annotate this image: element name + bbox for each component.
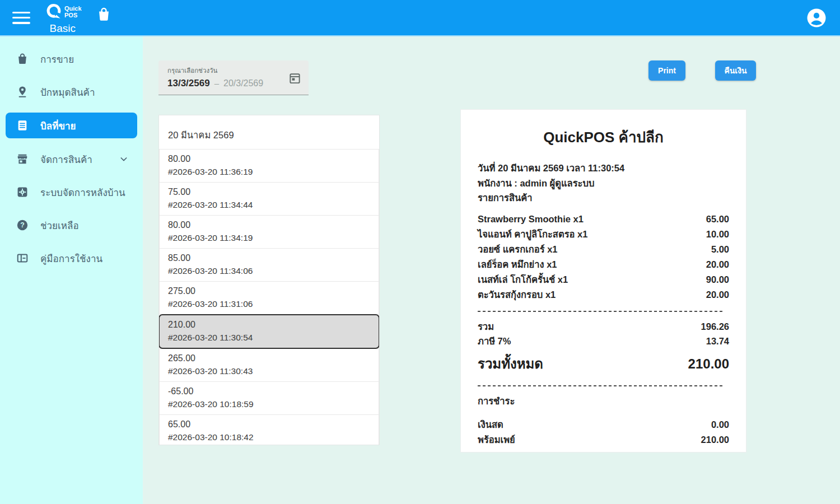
- bill-list-item[interactable]: 85.00 #2026-03-20 11:34:06: [159, 248, 379, 282]
- date-range-label: กรุณาเลือกช่วงวัน: [167, 66, 284, 76]
- shopping-bag-icon[interactable]: [96, 7, 111, 22]
- bill-amount: 80.00: [168, 154, 370, 164]
- sidebar-item-label: ระบบจัดการหลังบ้าน: [40, 185, 125, 200]
- receipt-item-row: เลย์ร็อค หมึกย่าง x1 20.00: [478, 257, 729, 272]
- sidebar-item-label: คู่มือการใช้งาน: [40, 251, 102, 266]
- receipt-date-line: วันที่ 20 มีนาคม 2569 เวลา 11:30:54: [478, 161, 729, 176]
- sidebar-item-label: ช่วยเหลือ: [40, 218, 79, 233]
- bill-list-item[interactable]: 265.00 #2026-03-20 11:30:43: [159, 348, 379, 382]
- sidebar-item-pinned-products[interactable]: ปักหมุดสินค้า: [6, 80, 137, 104]
- receipt-divider: [478, 311, 724, 312]
- bill-list-date-header: 20 มีนาคม 2569: [159, 115, 379, 150]
- hamburger-menu-icon[interactable]: [12, 12, 30, 24]
- bill-reference: #2026-03-20 11:34:44: [168, 200, 370, 210]
- bill-amount: 65.00: [168, 419, 370, 430]
- bill-amount: 265.00: [168, 353, 370, 363]
- sidebar-item-label: บิลที่ขาย: [40, 118, 76, 133]
- receipt-item-name: ไจแอนท์ คาปูลิโกะสตรอ x1: [478, 227, 587, 242]
- date-range-separator: –: [214, 78, 219, 88]
- total-label: รวมทั้งหมด: [478, 353, 543, 375]
- payment-amount: 210.00: [701, 432, 729, 447]
- payment-method: เงินสด: [478, 417, 503, 432]
- receipt-store-name: QuickPOS ค้าปลีก: [478, 125, 729, 148]
- payment-list: เงินสด 0.00 พร้อมเพย์ 210.00: [478, 417, 729, 447]
- app-logo: Quick POS Basic: [44, 2, 82, 34]
- receipt-item-price: 20.00: [706, 257, 729, 272]
- topbar: Quick POS Basic: [0, 0, 840, 36]
- payment-header: การชำระ: [478, 394, 729, 408]
- receipt-item-name: Strawberry Smoothie x1: [478, 212, 584, 227]
- date-range-start: 13/3/2569: [167, 78, 210, 89]
- main-content: กรุณาเลือกช่วงวัน 13/3/2569 – 20/3/2569 …: [143, 36, 840, 504]
- subtotal-label: รวม: [478, 319, 494, 334]
- bill-reference: #2026-03-20 11:34:06: [168, 266, 370, 276]
- receipt-total-row: รวมทั้งหมด 210.00: [478, 353, 729, 375]
- brand-tier: Basic: [50, 23, 76, 34]
- bill-reference: #2026-03-20 11:36:19: [168, 167, 370, 177]
- payment-row: เงินสด 0.00: [478, 417, 729, 432]
- brand-pos: POS: [64, 12, 82, 19]
- bill-list-item[interactable]: 75.00 #2026-03-20 11:34:44: [159, 182, 379, 216]
- calendar-icon[interactable]: [288, 72, 301, 85]
- bill-reference: #2026-03-20 10:18:42: [168, 432, 370, 442]
- receipt-divider: [478, 385, 724, 386]
- payment-amount: 0.00: [711, 417, 729, 432]
- bill-list-item[interactable]: 210.00 #2026-03-20 11:30:54: [158, 314, 380, 349]
- bill-reference: #2026-03-20 11:34:19: [168, 233, 370, 243]
- sidebar-item-label: ปักหมุดสินค้า: [40, 85, 95, 100]
- receipt-item-row: ไจแอนท์ คาปูลิโกะสตรอ x1 10.00: [478, 227, 729, 242]
- receipt-icon: [16, 119, 29, 132]
- store-icon: [16, 152, 29, 166]
- receipt-item-row: เนสท์เล่ โกโก้ครั้นช์ x1 90.00: [478, 272, 729, 287]
- bill-list-item[interactable]: 80.00 #2026-03-20 11:36:19: [159, 149, 379, 183]
- receipt-item-price: 65.00: [706, 212, 729, 227]
- print-button[interactable]: Print: [648, 60, 685, 81]
- bill-list-panel: 20 มีนาคม 2569 80.00 #2026-03-20 11:36:1…: [158, 115, 380, 445]
- total-value: 210.00: [688, 353, 729, 375]
- gear-icon: [16, 185, 29, 199]
- bill-list-item[interactable]: 65.00 #2026-03-20 10:18:42: [159, 414, 379, 445]
- bill-amount: -65.00: [168, 386, 370, 396]
- receipt-items: Strawberry Smoothie x1 65.00 ไจแอนท์ คาป…: [478, 212, 729, 302]
- sidebar-item-bills[interactable]: บิลที่ขาย: [6, 113, 137, 138]
- sidebar-item-manage-products[interactable]: จัดการสินค้า: [6, 147, 137, 171]
- pin-icon: [16, 85, 29, 99]
- receipt-items-header: รายการสินค้า: [478, 190, 729, 206]
- shopping-bag-icon: [16, 52, 29, 66]
- tax-value: 13.74: [706, 334, 729, 349]
- sidebar-item-label: การขาย: [40, 52, 74, 67]
- help-icon: ?: [16, 218, 29, 232]
- receipt-item-name: เลย์ร็อค หมึกย่าง x1: [478, 257, 557, 272]
- payment-row: พร้อมเพย์ 210.00: [478, 432, 729, 447]
- bill-amount: 85.00: [168, 253, 370, 263]
- svg-text:?: ?: [20, 221, 25, 229]
- bill-amount: 275.00: [168, 286, 370, 296]
- payment-method: พร้อมเพย์: [478, 432, 515, 447]
- tax-label: ภาษี 7%: [478, 334, 511, 349]
- bill-list-item[interactable]: 275.00 #2026-03-20 11:31:06: [159, 281, 379, 315]
- user-avatar-icon[interactable]: [806, 8, 827, 28]
- receipt-item-price: 20.00: [706, 287, 729, 302]
- sidebar-item-manual[interactable]: คู่มือการใช้งาน: [6, 246, 137, 270]
- receipt-item-name: เนสท์เล่ โกโก้ครั้นช์ x1: [478, 272, 568, 287]
- bill-reference: #2026-03-20 11:31:06: [168, 299, 370, 309]
- bill-amount: 75.00: [168, 187, 370, 197]
- receipt-employee-line: พนักงาน : admin ผู้ดูแลระบบ: [478, 176, 729, 191]
- bill-reference: #2026-03-20 11:30:54: [168, 333, 370, 343]
- bill-list-item[interactable]: -65.00 #2026-03-20 10:18:59: [159, 381, 379, 415]
- receipt-item-row: วอยซ์ แครกเกอร์ x1 5.00: [478, 242, 729, 257]
- bill-list-item[interactable]: 80.00 #2026-03-20 11:34:19: [159, 215, 379, 249]
- date-range-field[interactable]: กรุณาเลือกช่วงวัน 13/3/2569 – 20/3/2569: [158, 60, 309, 95]
- receipt-item-price: 5.00: [711, 242, 729, 257]
- bill-amount: 210.00: [168, 320, 370, 330]
- date-range-end: 20/3/2569: [223, 78, 263, 88]
- logo-q-icon: [44, 2, 64, 22]
- sidebar-item-sales[interactable]: การขาย: [6, 46, 137, 71]
- refund-button[interactable]: คืนเงิน: [715, 60, 756, 81]
- sidebar-item-help[interactable]: ? ช่วยเหลือ: [6, 213, 137, 237]
- receipt-panel: QuickPOS ค้าปลีก วันที่ 20 มีนาคม 2569 เ…: [460, 109, 746, 452]
- sidebar-item-backoffice[interactable]: ระบบจัดการหลังบ้าน: [6, 180, 137, 204]
- brand-quick: Quick: [64, 6, 82, 12]
- chevron-down-icon[interactable]: [119, 155, 128, 164]
- receipt-item-name: ตะวันรสกุ้งกรอบ x1: [478, 287, 556, 302]
